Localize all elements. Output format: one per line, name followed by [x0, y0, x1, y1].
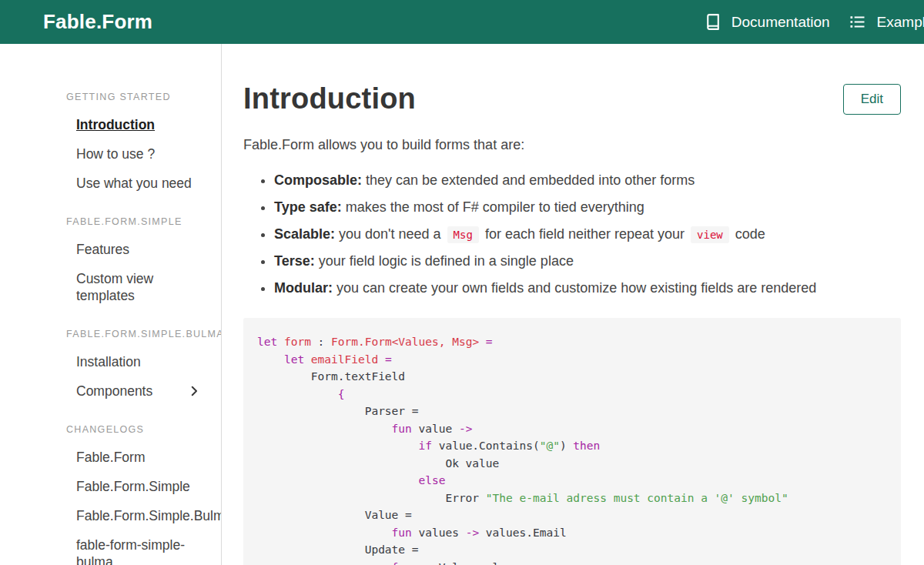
- sidebar-section-label: GETTING STARTED: [66, 92, 221, 102]
- code-identifier: emailField: [311, 353, 378, 366]
- page-title: Introduction: [243, 82, 416, 115]
- sidebar-item-introduction[interactable]: Introduction: [43, 110, 221, 139]
- code-line: Error "The e-mail adress must contain a …: [257, 490, 887, 507]
- code-text: [479, 336, 486, 348]
- code-text: values: [412, 527, 466, 539]
- feature-text: for each field neither repeat your: [481, 226, 688, 242]
- list-icon: [847, 12, 868, 32]
- sidebar-item-fable-form-simple-bulma[interactable]: fable-form-simple-bulma: [43, 530, 221, 565]
- code-text: [257, 440, 419, 452]
- code-keyword: fun: [392, 423, 412, 435]
- sidebar-item-label: Introduction: [76, 116, 155, 133]
- feature-item: Type safe: makes the most of F# compiler…: [274, 197, 901, 217]
- feature-text: makes the most of F# compiler to tied ev…: [342, 199, 644, 215]
- code-text: values.Email: [479, 527, 567, 539]
- code-keyword: let: [284, 353, 304, 366]
- feature-item: Terse: your field logic is defined in a …: [274, 251, 901, 271]
- sidebar-item-use-what-you-need[interactable]: Use what you need: [43, 169, 221, 198]
- chevron-right-icon: [187, 383, 201, 400]
- feature-lead: Scalable:: [274, 226, 335, 242]
- code-text: [277, 336, 284, 348]
- sidebar-item-label: Fable.Form: [76, 449, 145, 466]
- sidebar-section-label: FABLE.FORM.SIMPLE: [66, 216, 221, 227]
- code-text: [257, 423, 392, 435]
- sidebar-list-item: Components: [43, 376, 221, 406]
- top-navbar: Fable.Form DocumentationExamples: [0, 0, 924, 44]
- code-line: Value =: [257, 506, 887, 524]
- edit-button[interactable]: Edit: [843, 84, 901, 115]
- sidebar-item-components[interactable]: Components: [43, 376, 221, 406]
- feature-text: you don't need a: [335, 226, 445, 242]
- code-text: value: [412, 423, 459, 435]
- brand[interactable]: Fable.Form: [43, 10, 152, 34]
- intro-paragraph: Fable.Form allows you to build forms tha…: [243, 137, 901, 153]
- code-keyword: then: [573, 440, 600, 452]
- code-text: Error: [257, 492, 486, 504]
- title-row: Introduction Edit: [243, 82, 901, 115]
- code-keyword: =: [486, 336, 493, 348]
- sidebar-item-installation[interactable]: Installation: [43, 347, 221, 376]
- code-text: [257, 353, 284, 366]
- sidebar-list-item: Fable.Form.Simple.Bulma: [43, 501, 221, 530]
- sidebar-item-fable-form[interactable]: Fable.Form: [43, 443, 221, 472]
- feature-text: code: [732, 226, 765, 242]
- feature-lead: Modular:: [274, 280, 333, 296]
- code-keyword: =: [385, 353, 392, 366]
- code-keyword: ->: [459, 423, 472, 435]
- sidebar-list-item: Installation: [43, 347, 221, 376]
- sidebar-item-fable-form-simple-bulma[interactable]: Fable.Form.Simple.Bulma: [43, 501, 221, 530]
- code-text: newValue values: [412, 561, 526, 565]
- feature-item: Modular: you can create your own fields …: [274, 278, 901, 298]
- sidebar-menu-list: FeaturesCustom view templates: [43, 235, 221, 310]
- feature-item: Composable: they can be extended and emb…: [274, 170, 901, 190]
- code-keyword: let: [257, 336, 277, 348]
- sidebar: GETTING STARTEDIntroductionHow to use ?U…: [43, 44, 222, 565]
- code-line: fun newValue values ->: [257, 559, 887, 565]
- sidebar-list-item: Introduction: [43, 110, 221, 139]
- nav-link-documentation[interactable]: Documentation: [703, 12, 830, 32]
- code-keyword: {: [338, 388, 345, 400]
- feature-item: Scalable: you don't need a Msg for each …: [274, 224, 901, 244]
- sidebar-menu-list: InstallationComponents: [43, 347, 221, 406]
- sidebar-list-item: Use what you need: [43, 169, 221, 198]
- nav-link-label: Documentation: [732, 14, 830, 31]
- code-string: "@": [540, 440, 560, 452]
- sidebar-menu-list: Fable.FormFable.Form.SimpleFable.Form.Si…: [43, 443, 221, 565]
- sidebar-item-label: Custom view templates: [76, 270, 206, 304]
- sidebar-item-label: fable-form-simple-bulma: [76, 537, 206, 565]
- code-line: Ok value: [257, 455, 887, 473]
- sidebar-item-label: Use what you need: [76, 175, 192, 192]
- code-line: let form : Form.Form<Values, Msg> =: [257, 333, 887, 351]
- code-line: Parser =: [257, 403, 887, 420]
- code-text: Parser =: [257, 405, 419, 417]
- page-layout: GETTING STARTEDIntroductionHow to use ?U…: [0, 44, 924, 565]
- nav-link-examples[interactable]: Examples: [847, 12, 924, 32]
- sidebar-list-item: Custom view templates: [43, 264, 221, 310]
- feature-lead: Type safe:: [274, 199, 342, 215]
- sidebar-item-custom-view-templates[interactable]: Custom view templates: [43, 264, 221, 310]
- code-text: [257, 527, 392, 539]
- sidebar-item-features[interactable]: Features: [43, 235, 221, 264]
- sidebar-list-item: fable-form-simple-bulma: [43, 530, 221, 565]
- sidebar-item-how-to-use[interactable]: How to use ?: [43, 139, 221, 169]
- code-line: fun value ->: [257, 420, 887, 438]
- navbar-links: DocumentationExamples: [703, 12, 924, 32]
- code-text: [257, 388, 338, 400]
- code-keyword: ->: [526, 561, 539, 565]
- code-keyword: fun: [392, 561, 412, 565]
- code-line: let emailField =: [257, 351, 887, 369]
- code-text: :: [311, 336, 331, 348]
- code-text: Form.textField: [257, 370, 405, 383]
- code-text: [378, 353, 385, 366]
- sidebar-item-fable-form-simple[interactable]: Fable.Form.Simple: [43, 472, 221, 501]
- code-identifier: Form.Form<Values, Msg>: [331, 336, 479, 348]
- code-text: [257, 474, 419, 486]
- code-keyword: else: [419, 474, 446, 486]
- code-text: ): [560, 440, 573, 452]
- sidebar-section-label: CHANGELOGS: [66, 424, 221, 435]
- sidebar-item-label: Features: [76, 241, 129, 258]
- book-icon: [703, 12, 722, 32]
- sidebar-list-item: How to use ?: [43, 139, 221, 169]
- code-identifier: form: [284, 336, 311, 348]
- feature-text: they can be extended and embedded into o…: [362, 172, 695, 188]
